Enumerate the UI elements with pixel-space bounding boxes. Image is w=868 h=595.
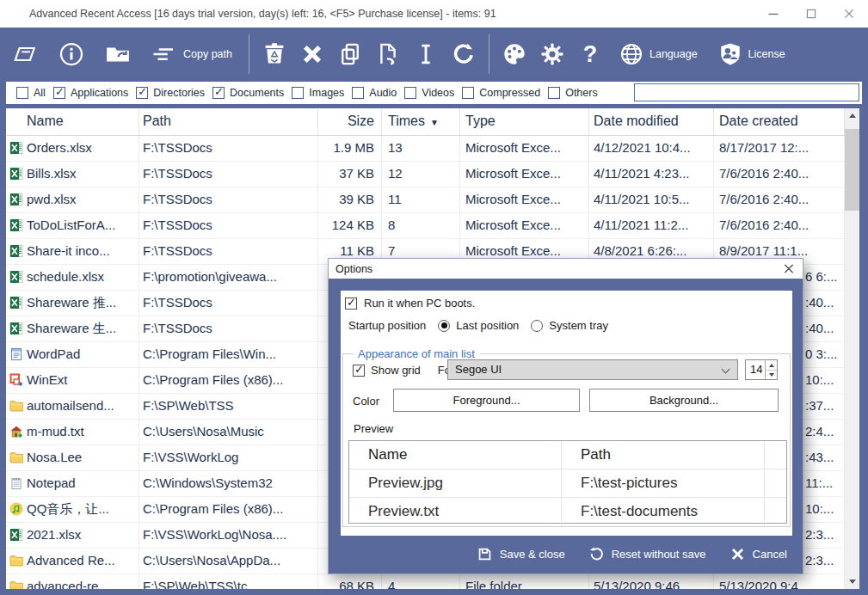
restore-window-icon (12, 41, 38, 67)
help-button[interactable]: ? (571, 28, 609, 80)
dialog-title-bar[interactable]: Options (329, 259, 803, 279)
scroll-up-icon[interactable] (845, 108, 859, 123)
preview-cell-path: F:\test-pictures (562, 469, 765, 497)
filter-videos[interactable]: Videos (404, 87, 454, 99)
excel-icon (9, 167, 23, 181)
column-header-times[interactable]: Times▼ (382, 108, 460, 135)
column-header-type[interactable]: Type (460, 108, 589, 135)
cell-type: Microsoft Exce... (460, 213, 589, 238)
close-button[interactable] (830, 0, 868, 28)
info-icon (58, 41, 84, 67)
filter-compressed[interactable]: Compressed (462, 87, 540, 99)
checkbox-icon[interactable] (548, 87, 560, 99)
checkbox-icon[interactable] (136, 87, 148, 99)
filter-applications[interactable]: Applications (53, 87, 128, 99)
refresh-button[interactable] (445, 28, 483, 80)
info-button[interactable] (48, 28, 95, 80)
preview-header-name: Name (349, 441, 562, 469)
excel-icon (9, 528, 23, 542)
save-close-button[interactable]: Save & close (477, 546, 565, 562)
font-size-stepper[interactable]: 14 (745, 359, 778, 380)
dialog-button-bar: Save & closeReset without saveCancel (329, 534, 803, 574)
filter-all[interactable]: All (16, 87, 46, 99)
delete-button[interactable] (293, 28, 331, 80)
table-row[interactable]: pwd.xlsxF:\TSSDocs39 KB11Microsoft Exce.… (6, 187, 845, 213)
filter-directories[interactable]: Directories (136, 87, 205, 99)
preview-cell-extra (765, 498, 786, 525)
table-row[interactable]: ToDoListForA...F:\TSSDocs124 KB8Microsof… (6, 213, 845, 239)
date-created-fragment: 6 6:... (805, 269, 838, 284)
column-header-size[interactable]: Size (318, 108, 382, 135)
cell-date-modified: 4/11/2021 11:2... (589, 213, 714, 238)
restore-window-button[interactable] (2, 28, 48, 80)
cell-path: F:\TSSDocs (139, 291, 318, 316)
radio-last-position[interactable] (438, 320, 450, 332)
filter-label: Documents (230, 87, 284, 99)
rename-button[interactable] (407, 28, 445, 80)
reset-without-save-button[interactable]: Reset without save (588, 546, 706, 562)
minimize-button[interactable] (754, 0, 792, 28)
radio-system-tray[interactable] (531, 320, 543, 332)
date-created-fragment: 2:3... (805, 553, 834, 567)
cancel-button[interactable]: Cancel (729, 546, 787, 562)
dialog-button-label: Save & close (500, 548, 565, 561)
globe-button[interactable]: Language (609, 28, 708, 80)
spin-down-icon[interactable] (766, 370, 777, 379)
cell-path: F:\TSSDocs (139, 162, 318, 187)
move-file-button[interactable] (369, 28, 407, 80)
settings-gear-button[interactable] (533, 28, 571, 80)
theme-palette-button[interactable] (496, 28, 533, 80)
checkbox-icon[interactable] (212, 87, 225, 99)
checkbox-icon[interactable] (352, 87, 364, 99)
cell-size: 68 KB (318, 574, 382, 589)
column-header-path[interactable]: Path (139, 108, 318, 135)
column-header-name[interactable]: Name (6, 108, 139, 135)
license-shield-button[interactable]: License (708, 28, 796, 80)
foreground-color-button[interactable]: Foreground... (393, 389, 580, 412)
file-name: 2021.xlsx (27, 527, 81, 542)
checkbox-icon[interactable] (462, 87, 474, 99)
table-row[interactable]: advanced-re...F:\SP\Web\TSS\tc68 KB4File… (6, 574, 845, 589)
filter-others[interactable]: Others (548, 87, 598, 99)
preview-label: Preview (354, 422, 393, 435)
scrollbar-thumb[interactable] (845, 129, 859, 211)
dialog-panel: Run it when PC boots. Startup position L… (341, 291, 792, 536)
open-folder-icon (105, 41, 131, 67)
table-row[interactable]: Bills.xlsxF:\TSSDocs37 KB12Microsoft Exc… (6, 162, 845, 187)
startup-position-label: Startup position (348, 319, 426, 332)
date-created-fragment: 10:... (805, 501, 834, 516)
column-header-date-modified[interactable]: Date modified (589, 108, 714, 135)
copy-file-button[interactable] (331, 28, 369, 80)
cell-date-created: 7/6/2016 2:40... (714, 187, 845, 212)
app-window: Advanced Recent Access [16 days trial ve… (0, 0, 868, 595)
checkbox-icon[interactable] (53, 87, 65, 99)
copy-path-button[interactable]: Copy path (141, 28, 243, 80)
cell-date-modified: 4/11/2021 10:5... (589, 187, 714, 212)
open-folder-button[interactable] (95, 28, 141, 80)
maximize-button[interactable] (792, 0, 830, 28)
checkbox-icon[interactable] (404, 87, 416, 99)
table-row[interactable]: Orders.xlsxF:\TSSDocs1.9 MB13Microsoft E… (6, 136, 845, 162)
recycle-bin-button[interactable] (255, 28, 293, 80)
file-name: schedule.xlsx (27, 269, 104, 284)
dialog-close-button[interactable] (781, 261, 797, 276)
cell-date-modified: 5/13/2020 9:46... (589, 574, 714, 589)
vertical-scrollbar[interactable] (845, 108, 859, 589)
show-grid-checkbox[interactable] (353, 365, 365, 377)
run-on-boot-checkbox[interactable] (345, 298, 357, 310)
font-select[interactable]: Segoe UI (447, 359, 738, 380)
date-created-fragment: :43... (805, 450, 834, 464)
background-color-button[interactable]: Background... (589, 389, 779, 412)
theme-palette-icon (502, 42, 526, 66)
date-created-fragment: 0 3:... (805, 347, 838, 361)
checkbox-icon[interactable] (16, 87, 28, 99)
cell-type: Microsoft Exce... (460, 136, 589, 161)
cell-name: Bills.xlsx (6, 162, 139, 187)
column-header-date-created[interactable]: Date created (714, 108, 845, 135)
filter-audio[interactable]: Audio (352, 87, 397, 99)
scroll-down-icon[interactable] (845, 574, 859, 589)
checkbox-icon[interactable] (292, 87, 304, 99)
filter-images[interactable]: Images (292, 87, 344, 99)
filter-documents[interactable]: Documents (212, 87, 284, 99)
search-input[interactable] (634, 83, 859, 101)
